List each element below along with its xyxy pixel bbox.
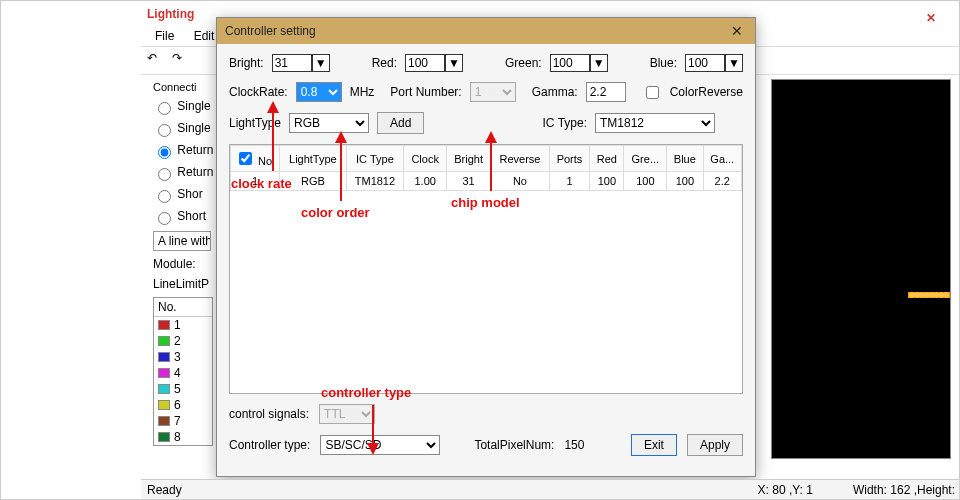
conn-radio[interactable] bbox=[158, 124, 171, 137]
conn-radio-label: Shor bbox=[177, 187, 202, 201]
redo-icon[interactable]: ↷ bbox=[172, 51, 190, 69]
grid-header[interactable]: Bright bbox=[447, 146, 491, 172]
gamma-label: Gamma: bbox=[532, 85, 578, 99]
app-title: Lighting bbox=[147, 7, 194, 21]
add-button[interactable]: Add bbox=[377, 112, 424, 134]
conn-radio[interactable] bbox=[158, 212, 171, 225]
colorreverse-checkbox[interactable] bbox=[646, 86, 659, 99]
color-number: 6 bbox=[174, 398, 181, 412]
color-row[interactable]: 4 bbox=[154, 365, 212, 381]
grid-header[interactable]: IC Type bbox=[346, 146, 404, 172]
grid-cell: 1 bbox=[231, 172, 280, 191]
color-number: 3 bbox=[174, 350, 181, 364]
grid-cell: 1 bbox=[549, 172, 590, 191]
module-label: Module: bbox=[153, 257, 196, 271]
clockrate-select[interactable]: 0.8 bbox=[296, 82, 342, 102]
ctrltype-select[interactable]: SB/SC/SD bbox=[320, 435, 440, 455]
color-row[interactable]: 2 bbox=[154, 333, 212, 349]
bright-input[interactable] bbox=[272, 54, 312, 72]
color-list-header: No. bbox=[154, 298, 212, 317]
grid-header[interactable]: Red bbox=[590, 146, 624, 172]
green-stepper-icon[interactable]: ▼ bbox=[590, 54, 608, 72]
conn-radio[interactable] bbox=[158, 168, 171, 181]
color-swatch-icon bbox=[158, 416, 170, 426]
table-row[interactable]: 1RGBTM18121.0031No11001001002.2 bbox=[231, 172, 742, 191]
blue-stepper-icon[interactable]: ▼ bbox=[725, 54, 743, 72]
conn-radio[interactable] bbox=[158, 102, 171, 115]
color-row[interactable]: 6 bbox=[154, 397, 212, 413]
color-swatch-icon bbox=[158, 352, 170, 362]
grid-header[interactable]: Ports bbox=[549, 146, 590, 172]
conn-radio-label: Return bbox=[177, 165, 213, 179]
apply-button[interactable]: Apply bbox=[687, 434, 743, 456]
bright-stepper-icon[interactable]: ▼ bbox=[312, 54, 330, 72]
ictype-select[interactable]: TM1812 bbox=[595, 113, 715, 133]
conn-radio[interactable] bbox=[158, 146, 171, 159]
color-number: 2 bbox=[174, 334, 181, 348]
grid-header[interactable]: Reverse bbox=[491, 146, 549, 172]
color-swatch-icon bbox=[158, 320, 170, 330]
grid-cell: 100 bbox=[590, 172, 624, 191]
line-option: A line with bbox=[153, 231, 211, 251]
dialog-close-icon[interactable]: ✕ bbox=[727, 23, 747, 39]
totalpixel-value: 150 bbox=[564, 438, 584, 452]
grid-cell: 100 bbox=[667, 172, 703, 191]
totalpixel-label: TotalPixelNum: bbox=[474, 438, 554, 452]
grid-cell: 100 bbox=[624, 172, 667, 191]
red-stepper-icon[interactable]: ▼ bbox=[445, 54, 463, 72]
color-swatch-icon bbox=[158, 368, 170, 378]
status-ready: Ready bbox=[147, 483, 182, 497]
red-input[interactable] bbox=[405, 54, 445, 72]
bright-label: Bright: bbox=[229, 56, 264, 70]
color-row[interactable]: 5 bbox=[154, 381, 212, 397]
blue-input[interactable] bbox=[685, 54, 725, 72]
red-label: Red: bbox=[372, 56, 397, 70]
color-number: 7 bbox=[174, 414, 181, 428]
dialog-titlebar: Controller setting ✕ bbox=[217, 18, 755, 44]
conn-radio-label: Short bbox=[177, 209, 206, 223]
color-row[interactable]: 1 bbox=[154, 317, 212, 333]
ictype-label: IC Type: bbox=[543, 116, 587, 130]
menu-file[interactable]: File bbox=[147, 27, 182, 45]
color-swatch-icon bbox=[158, 432, 170, 442]
color-number: 1 bbox=[174, 318, 181, 332]
grid-header[interactable]: Blue bbox=[667, 146, 703, 172]
green-label: Green: bbox=[505, 56, 542, 70]
preview-strip bbox=[908, 292, 950, 298]
gamma-input[interactable] bbox=[586, 82, 626, 102]
main-close-icon[interactable]: ✕ bbox=[919, 5, 943, 23]
undo-icon[interactable]: ↶ bbox=[147, 51, 165, 69]
lighttype-label: LightType bbox=[229, 116, 281, 130]
preview-panel bbox=[771, 79, 951, 459]
grid-header[interactable]: Clock bbox=[404, 146, 447, 172]
clockrate-unit: MHz bbox=[350, 85, 375, 99]
color-row[interactable]: 3 bbox=[154, 349, 212, 365]
grid-header[interactable]: Gre... bbox=[624, 146, 667, 172]
grid-header[interactable]: Ga... bbox=[703, 146, 742, 172]
light-grid[interactable]: No.LightTypeIC TypeClockBrightReversePor… bbox=[229, 144, 743, 394]
linelimit-label: LineLimitP bbox=[153, 277, 209, 291]
exit-button[interactable]: Exit bbox=[631, 434, 677, 456]
clockrate-label: ClockRate: bbox=[229, 85, 288, 99]
portnum-select: 1 bbox=[470, 82, 516, 102]
green-input[interactable] bbox=[550, 54, 590, 72]
color-row[interactable]: 7 bbox=[154, 413, 212, 429]
grid-header-no[interactable]: No. bbox=[231, 146, 280, 172]
colorreverse-label: ColorReverse bbox=[670, 85, 743, 99]
color-row[interactable]: 8 bbox=[154, 429, 212, 445]
lighttype-select[interactable]: RGB bbox=[289, 113, 369, 133]
grid-check-all[interactable] bbox=[239, 152, 252, 165]
blue-label: Blue: bbox=[650, 56, 677, 70]
color-list: No. 12345678 bbox=[153, 297, 213, 446]
status-xy: X: 80 ,Y: 1 bbox=[758, 483, 813, 497]
color-number: 8 bbox=[174, 430, 181, 444]
controller-setting-dialog: Controller setting ✕ Bright: ▼ Red: ▼ Gr… bbox=[216, 17, 756, 477]
desktop: Lighting ✕ File Edit ↶ ↷ Connecti Single… bbox=[0, 0, 960, 500]
ctrlsig-label: control signals: bbox=[229, 407, 309, 421]
color-swatch-icon bbox=[158, 384, 170, 394]
color-swatch-icon bbox=[158, 400, 170, 410]
conn-radio[interactable] bbox=[158, 190, 171, 203]
grid-cell: 31 bbox=[447, 172, 491, 191]
grid-header[interactable]: LightType bbox=[280, 146, 346, 172]
status-wh: Width: 162 ,Height: bbox=[853, 483, 955, 497]
